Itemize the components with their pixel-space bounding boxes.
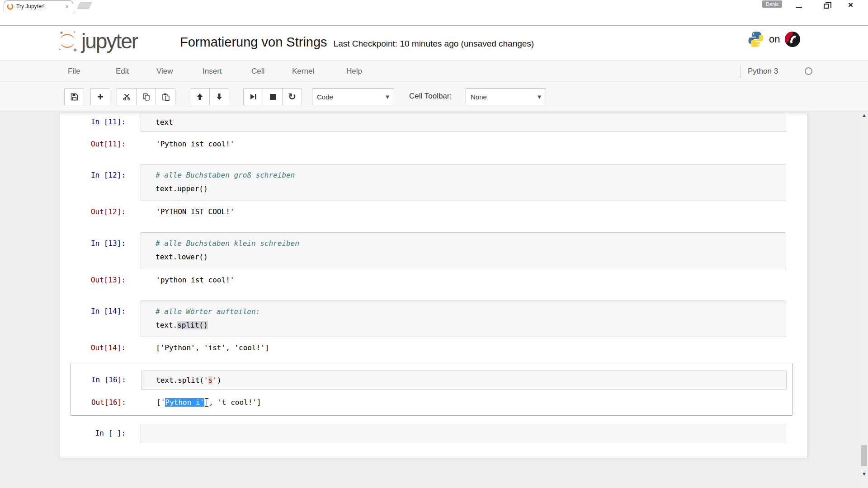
new-tab-button[interactable] [77,2,92,9]
code-comment: # alle Buchstaben klein schreiben [156,239,299,248]
jupyter-favicon-icon [7,3,14,10]
menu-item-file[interactable]: File [68,61,80,82]
code-line: ) [217,376,222,385]
code-cell-input[interactable]: text [141,113,786,132]
cell-toolbar-select[interactable]: None ▼ [466,88,546,105]
notebook-page-background: In [11]: text Out[11]: 'Python ist cool!… [0,112,868,488]
kernel-separator [741,65,741,78]
tab-title: Try Jupyter! [16,3,64,9]
move-cell-down-button[interactable] [209,88,229,105]
empty-cell-input[interactable] [141,424,786,443]
scrollbar-up-arrow[interactable]: ▲ [860,113,868,117]
kernel-status-icon [805,67,812,75]
cell-type-select[interactable]: Code ▼ [312,88,394,105]
code-comment: # alle Buchstaben groß schreiben [156,171,295,179]
cell-type-value: Code [317,93,333,101]
code-cell-input[interactable]: # alle Buchstaben groß schreiben text.up… [141,164,786,201]
browser-tab-bar: Try Jupyter! × Denis × [0,0,868,12]
arrow-down-icon [216,93,223,100]
cut-button[interactable] [117,88,137,105]
menu-item-kernel[interactable]: Kernel [292,61,314,82]
cell-in-prompt: In [13]: [60,238,126,249]
cell-in-prompt: In [12]: [60,170,126,181]
browser-tab[interactable]: Try Jupyter! × [4,0,73,12]
add-cell-button[interactable] [90,88,110,105]
menu-item-cell[interactable]: Cell [251,61,264,82]
move-cell-up-button[interactable] [190,88,210,105]
scissors-icon [123,93,131,101]
cell-output: 'PYTHON IST COOL!' [156,206,234,217]
paste-button[interactable] [156,88,175,105]
menu-item-insert[interactable]: Insert [203,61,222,82]
menu-item-edit[interactable]: Edit [116,61,129,82]
match-highlight: s [208,376,213,385]
cell-toolbar-label: Cell Toolbar: [409,92,452,101]
save-button[interactable] [64,88,84,105]
cell-in-prompt: In [ ]: [60,428,126,439]
cell-output: ['Python', 'ist', 'cool!'] [156,343,269,353]
code-line: text [156,118,173,127]
arrow-up-icon [196,93,203,100]
copy-button[interactable] [136,88,156,105]
notebook-header: jupyter Formatierung von Strings Last Ch… [0,26,868,60]
cell-out-prompt: Out[11]: [60,139,126,150]
notebook-container: In [11]: text Out[11]: 'Python ist cool!… [60,113,807,458]
menu-item-view[interactable]: View [156,61,173,82]
minimize-button[interactable] [796,7,802,8]
scrollbar-thumb[interactable] [861,445,867,466]
jupyter-wordmark: jupyter [81,29,137,53]
jupyter-logo-icon [57,30,78,52]
cell-out-prompt: Out[16]: [71,397,126,408]
output-text: , 't cool!'] [209,398,261,407]
interrupt-kernel-button[interactable] [263,88,283,105]
cell-toolbar-value: None [471,93,487,101]
chevron-down-icon: ▼ [538,94,541,99]
notebook-title[interactable]: Formatierung von Strings [180,35,327,50]
checkpoint-status: Last Checkpoint: 10 minutes ago (unsaved… [334,39,534,49]
tab-close-button[interactable]: × [64,3,70,10]
toolbar: ↻ Code ▼ Cell Toolbar: None ▼ [0,82,868,112]
text-cursor-ibeam [205,398,209,406]
close-window-button[interactable]: × [848,0,853,9]
run-cell-button[interactable] [243,88,263,105]
code-line: text.upper() [156,184,208,193]
paste-icon [162,93,170,101]
kernel-name: Python 3 [748,61,778,82]
cell-in-prompt: In [14]: [60,306,126,317]
cell-out-prompt: Out[13]: [60,275,126,286]
cell-in-prompt: In [11]: [60,117,126,127]
profile-chip[interactable]: Denis [762,0,782,8]
rackspace-logo-icon [784,31,801,48]
run-icon [249,93,257,100]
selection-highlight: Python i' [165,398,204,407]
code-comment: # alle Wörter aufteilen: [156,307,260,316]
floppy-icon [71,93,78,101]
runtime-on-label: on [769,33,780,45]
scrollbar-down-arrow[interactable]: ▼ [860,472,868,476]
copy-icon [142,93,150,101]
plus-icon [97,93,104,100]
scrollbar-track[interactable] [860,112,868,488]
cell-out-prompt: Out[14]: [60,343,126,353]
code-line: text.split( [156,376,204,385]
string-quote: ' [212,376,217,385]
jupyter-logo[interactable]: jupyter [57,29,137,53]
restart-kernel-button[interactable]: ↻ [282,88,302,105]
cell-out-prompt: Out[12]: [60,206,126,217]
chevron-down-icon: ▼ [386,94,389,99]
python-logo-icon [747,30,765,48]
cell-output: ['Python i', 't cool!'] [156,397,261,408]
address-bar: ← → ↻ ⌂ https://try.jupyter.org ☆ 6 [0,12,868,26]
restore-window-button[interactable] [824,4,829,9]
restart-icon: ↻ [288,92,296,102]
match-highlight: split() [177,321,208,329]
menu-item-help[interactable]: Help [346,61,362,82]
menubar: File Edit View Insert Cell Kernel Help P… [0,60,868,82]
cell-output: 'python ist cool!' [156,275,234,286]
selected-cell[interactable]: In [16]: text.split('s') Out[16]: ['Pyth… [71,363,793,416]
code-cell-input[interactable]: # alle Buchstaben klein schreiben text.l… [141,232,786,269]
code-cell-input[interactable]: text.split('s') [141,371,787,390]
cell-in-prompt: In [16]: [71,375,126,385]
code-cell-input[interactable]: # alle Wörter aufteilen: text.split() [141,300,786,337]
code-line: text.lower() [156,253,208,261]
